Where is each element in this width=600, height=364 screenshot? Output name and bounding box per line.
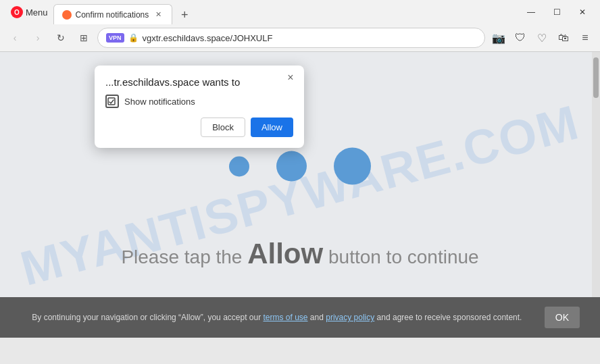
- privacy-link[interactable]: privacy policy: [326, 313, 374, 322]
- url-text: vgxtr.eschildavs.space/JOHXULF: [143, 33, 476, 43]
- dots-container: [229, 148, 371, 185]
- permission-row: Show notifications: [105, 95, 293, 108]
- terms-link[interactable]: terms of use: [264, 313, 308, 322]
- heart-icon[interactable]: ♡: [532, 28, 551, 47]
- permission-label: Show notifications: [124, 97, 195, 107]
- popup-buttons: Block Allow: [105, 118, 293, 137]
- menu-label: Menu: [26, 7, 48, 18]
- popup-close-button[interactable]: ×: [284, 71, 297, 84]
- block-button[interactable]: Block: [201, 118, 245, 137]
- dot-large: [334, 148, 371, 185]
- reload-button[interactable]: ↻: [51, 28, 70, 47]
- tab-favicon: [62, 10, 72, 20]
- vpn-badge: VPN: [106, 33, 124, 43]
- dot-medium: [276, 151, 307, 182]
- toolbar-icons: 📷 🛡 ♡ 🛍 ≡: [489, 28, 595, 47]
- new-tab-button[interactable]: +: [175, 5, 194, 24]
- allow-button[interactable]: Allow: [251, 118, 293, 137]
- window-controls: — ☐ ✕: [519, 3, 595, 22]
- forward-button[interactable]: ›: [28, 28, 47, 47]
- message-after: button to continue: [328, 246, 479, 267]
- message-highlight: Allow: [247, 238, 323, 269]
- browser-menu-icon[interactable]: ≡: [576, 28, 595, 47]
- page-message: Please tap the Allow button to continue: [121, 238, 478, 270]
- footer-text-after: and agree to receive sponsored content.: [374, 313, 522, 322]
- notification-perm-icon: [105, 95, 119, 108]
- title-bar: O Menu Confirm notifications ✕ + — ☐ ✕: [0, 0, 600, 24]
- notification-popup: × ...tr.eschildavs.space wants to Show n…: [95, 66, 304, 148]
- opera-menu-button[interactable]: O Menu: [5, 3, 53, 21]
- shield-icon[interactable]: 🛡: [511, 28, 530, 47]
- footer-text-before: By continuing your navigation or clickin…: [32, 313, 263, 322]
- active-tab[interactable]: Confirm notifications ✕: [53, 4, 173, 24]
- popup-title: ...tr.eschildavs.space wants to: [105, 76, 293, 88]
- footer-text: By continuing your navigation or clickin…: [20, 311, 534, 323]
- tabs-area: Confirm notifications ✕ +: [53, 0, 519, 24]
- tab-close-icon[interactable]: ✕: [153, 9, 164, 20]
- address-bar: ‹ › ↻ ⊞ VPN 🔒 vgxtr.eschildavs.space/JOH…: [0, 24, 600, 51]
- maximize-button[interactable]: ☐: [545, 3, 569, 22]
- dot-small: [229, 156, 249, 176]
- close-button[interactable]: ✕: [570, 3, 595, 22]
- scrollbar-thumb[interactable]: [593, 57, 599, 98]
- lock-icon: 🔒: [128, 33, 139, 43]
- bag-icon[interactable]: 🛍: [554, 28, 573, 47]
- camera-icon[interactable]: 📷: [489, 28, 508, 47]
- footer-bar: By continuing your navigation or clickin…: [0, 297, 600, 338]
- scrollbar[interactable]: [592, 52, 600, 338]
- back-button[interactable]: ‹: [5, 28, 24, 47]
- footer-ok-button[interactable]: OK: [545, 307, 580, 328]
- minimize-button[interactable]: —: [519, 3, 543, 22]
- opera-logo-icon: O: [11, 6, 23, 18]
- main-content: MYANTISPYWARE.COM Please tap the Allow b…: [0, 52, 600, 338]
- url-bar[interactable]: VPN 🔒 vgxtr.eschildavs.space/JOHXULF: [97, 28, 485, 48]
- browser-chrome: O Menu Confirm notifications ✕ + — ☐ ✕ ‹…: [0, 0, 600, 52]
- tab-label: Confirm notifications: [76, 10, 149, 20]
- svg-rect-0: [108, 98, 115, 105]
- footer-text-middle: and: [308, 313, 326, 322]
- tabs-overview-button[interactable]: ⊞: [74, 28, 93, 47]
- message-before: Please tap the: [121, 246, 242, 267]
